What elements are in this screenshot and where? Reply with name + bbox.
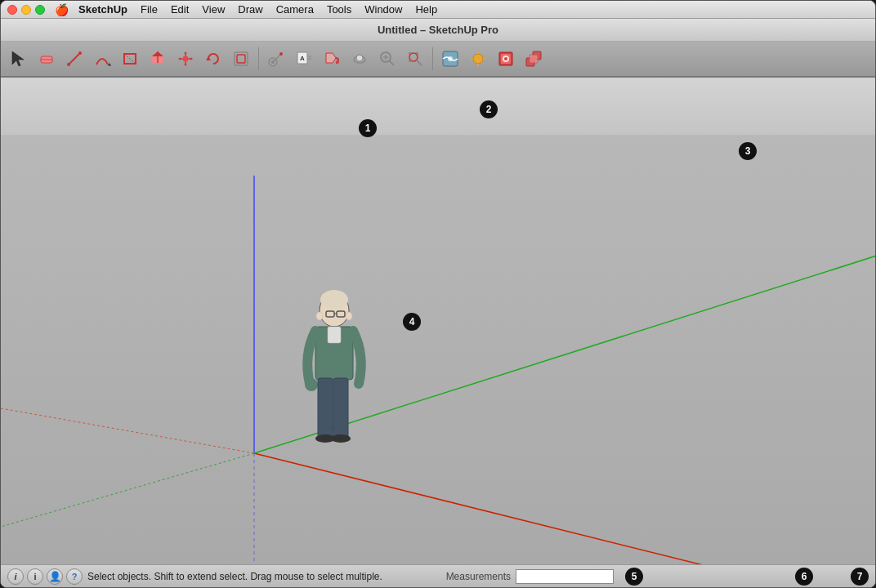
help-icon[interactable]: ? <box>66 568 83 585</box>
eraser-tool-button[interactable] <box>34 46 60 72</box>
rect-tool-button[interactable] <box>117 46 143 72</box>
svg-marker-6 <box>108 63 111 66</box>
pushpull-tool-button[interactable] <box>145 46 171 72</box>
views-button[interactable] <box>437 46 463 72</box>
svg-point-65 <box>305 378 318 391</box>
svg-line-8 <box>124 54 136 64</box>
svg-point-41 <box>473 54 483 64</box>
menu-edit[interactable]: Edit <box>164 2 195 17</box>
shadows-button[interactable] <box>465 46 491 72</box>
svg-rect-17 <box>237 55 245 63</box>
move-tool-button[interactable] <box>172 46 199 72</box>
menu-window[interactable]: Window <box>358 2 409 17</box>
close-button[interactable] <box>7 5 17 15</box>
svg-point-5 <box>78 51 82 55</box>
maximize-button[interactable] <box>35 5 45 15</box>
arc-tool-button[interactable] <box>89 46 115 72</box>
menu-tools[interactable]: Tools <box>320 2 358 17</box>
svg-point-70 <box>331 434 351 443</box>
toolbar-separator-1 <box>258 47 259 70</box>
svg-point-27 <box>336 60 339 64</box>
svg-point-49 <box>504 57 507 60</box>
svg-line-35 <box>417 60 422 65</box>
measurements-label: Measurements <box>446 571 511 582</box>
menu-bar: 🍎 SketchUp File Edit View Draw Camera To… <box>1 1 875 19</box>
user-icon[interactable]: 👤 <box>47 568 63 585</box>
badge-5: 5 <box>625 568 643 586</box>
text-tool-button[interactable]: A <box>291 46 317 72</box>
line-tool-button[interactable] <box>61 46 87 72</box>
svg-marker-26 <box>326 53 336 63</box>
svg-point-21 <box>271 60 275 64</box>
window-title-bar: Untitled – SketchUp Pro <box>1 19 875 42</box>
status-icons: i i 👤 ? <box>7 568 83 585</box>
status-hint-text: Select objects. Shift to extend select. … <box>87 571 441 582</box>
svg-rect-52 <box>530 55 538 63</box>
svg-line-3 <box>69 53 80 65</box>
zoom-extents-button[interactable] <box>402 46 428 72</box>
svg-rect-68 <box>333 378 348 439</box>
svg-rect-14 <box>183 56 188 61</box>
svg-point-20 <box>279 52 283 56</box>
window-frame: 🍎 SketchUp File Edit View Draw Camera To… <box>0 0 876 588</box>
svg-point-63 <box>320 290 348 310</box>
zoom-tool-button[interactable] <box>374 46 400 72</box>
svg-text:A: A <box>300 55 305 62</box>
measurements-input[interactable] <box>516 569 614 584</box>
svg-point-34 <box>409 53 418 61</box>
menu-view[interactable]: View <box>195 2 231 17</box>
components-button[interactable] <box>521 46 547 72</box>
svg-line-31 <box>389 60 394 65</box>
rotate-tool-button[interactable] <box>200 46 226 72</box>
offset-tool-button[interactable] <box>228 46 254 72</box>
badge-7: 7 <box>851 568 869 586</box>
svg-rect-54 <box>1 135 875 564</box>
badge-6: 6 <box>795 568 813 586</box>
svg-rect-67 <box>318 378 333 439</box>
styles-button[interactable] <box>493 46 519 72</box>
viewport[interactable]: 1 2 3 4 <box>1 78 875 564</box>
apple-menu-icon[interactable]: 🍎 <box>55 3 69 16</box>
svg-marker-0 <box>12 51 24 66</box>
window-title: Untitled – SketchUp Pro <box>378 24 498 36</box>
entity-info-icon[interactable]: i <box>27 568 43 585</box>
menu-camera[interactable]: Camera <box>270 2 320 17</box>
measurements-area: Measurements <box>446 569 614 584</box>
svg-point-75 <box>346 312 352 320</box>
svg-point-74 <box>316 312 323 320</box>
svg-rect-53 <box>1 78 875 135</box>
menu-file[interactable]: File <box>134 2 164 17</box>
svg-point-4 <box>67 63 70 66</box>
paint-bucket-button[interactable] <box>319 46 345 72</box>
orbit-tool-button[interactable] <box>346 46 373 72</box>
menu-draw[interactable]: Draw <box>231 2 269 17</box>
menu-sketchup[interactable]: SketchUp <box>72 2 134 17</box>
svg-rect-66 <box>328 327 341 343</box>
svg-point-40 <box>448 56 453 61</box>
minimize-button[interactable] <box>21 5 31 15</box>
svg-marker-15 <box>206 56 211 60</box>
scene-canvas <box>1 78 875 564</box>
toolbar: A <box>1 42 875 78</box>
toolbar-separator-2 <box>432 47 433 70</box>
status-bar: i i 👤 ? Select objects. Shift to extend … <box>1 564 875 587</box>
menu-items: SketchUp File Edit View Draw Camera Tool… <box>72 2 444 17</box>
menu-help[interactable]: Help <box>409 2 444 17</box>
instructor-icon[interactable]: i <box>7 568 24 585</box>
select-tool-button[interactable] <box>6 46 32 72</box>
tape-measure-button[interactable] <box>263 46 289 72</box>
